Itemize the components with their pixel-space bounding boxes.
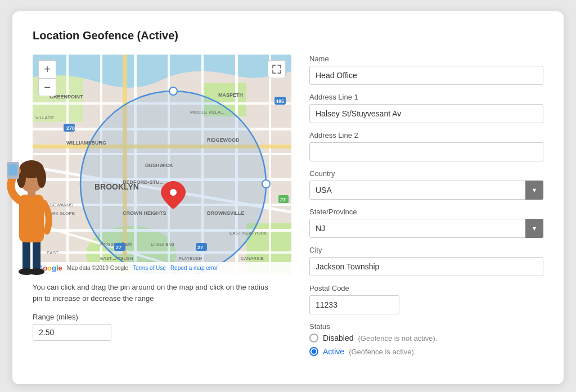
svg-point-9 <box>37 168 46 188</box>
content-row: GREENPOINT VILLAGE MASPETH MIDDLE VILLA.… <box>33 55 543 364</box>
map-area[interactable]: GREENPOINT VILLAGE MASPETH MIDDLE VILLA.… <box>33 55 291 274</box>
address1-group: Address Line 1 <box>309 93 543 123</box>
status-active-label: Active <box>323 347 344 356</box>
svg-text:RIDGEWOOD: RIDGEWOOD <box>207 137 240 143</box>
svg-point-3 <box>29 268 44 275</box>
svg-text:CROWN HEIGHTS: CROWN HEIGHTS <box>123 210 166 216</box>
hint-text: You can click and drag the pin around on… <box>33 282 269 304</box>
svg-rect-0 <box>22 240 30 271</box>
state-select[interactable]: NJ NY CA TX FL <box>309 219 543 238</box>
zoom-in-button[interactable]: + <box>38 60 56 78</box>
svg-rect-31 <box>269 55 271 274</box>
address2-group: Address Line 2 <box>309 131 543 161</box>
active-radio-button[interactable] <box>309 347 318 356</box>
name-input[interactable] <box>309 66 543 85</box>
status-disabled-hint: (Geofence is not active). <box>358 334 437 343</box>
address1-label: Address Line 1 <box>309 93 543 101</box>
svg-point-37 <box>169 87 177 95</box>
status-disabled-option[interactable]: Disabled (Geofence is not active). <box>309 334 543 343</box>
svg-rect-25 <box>66 55 69 274</box>
country-select[interactable]: USA Canada UK Australia <box>309 181 543 200</box>
range-label: Range (miles) <box>33 313 291 321</box>
svg-text:27: 27 <box>116 245 122 250</box>
status-disabled-label: Disabled <box>323 334 353 343</box>
svg-text:VILLAGE: VILLAGE <box>35 115 54 120</box>
map-controls: + − <box>38 60 56 96</box>
country-label: Country <box>309 169 543 178</box>
google-attribution: Google Map data ©2019 Google Terms of Us… <box>33 262 291 274</box>
map-attribution: Map data ©2019 Google <box>67 265 128 271</box>
svg-text:MIDDLE VILLA...: MIDDLE VILLA... <box>190 110 224 115</box>
svg-text:27: 27 <box>280 197 286 202</box>
range-section: Range (miles) <box>33 313 291 341</box>
svg-text:MASPETH: MASPETH <box>218 92 243 98</box>
name-label: Name <box>309 55 543 63</box>
map-terms[interactable]: Terms of Use <box>133 265 166 271</box>
svg-text:Linden Blvd: Linden Blvd <box>151 242 174 247</box>
state-group: State/Province NJ NY CA TX FL <box>309 208 543 238</box>
svg-text:BROWNSVILLE: BROWNSVILLE <box>207 210 245 216</box>
country-select-wrap: USA Canada UK Australia <box>309 181 543 200</box>
left-column: GREENPOINT VILLAGE MASPETH MIDDLE VILLA.… <box>33 55 291 341</box>
page-title: Location Geofence (Active) <box>33 29 543 42</box>
disabled-radio-button[interactable] <box>309 334 318 343</box>
main-card: Location Geofence (Active) <box>12 11 564 384</box>
name-group: Name <box>309 55 543 85</box>
svg-text:WILLIAMSBURG: WILLIAMSBURG <box>66 140 106 146</box>
svg-text:EAST NEW YORK: EAST NEW YORK <box>230 231 267 236</box>
country-group: Country USA Canada UK Australia <box>309 169 543 200</box>
state-label: State/Province <box>309 208 543 216</box>
status-label: Status <box>309 322 543 331</box>
state-select-wrap: NJ NY CA TX FL <box>309 219 543 238</box>
city-label: City <box>309 246 543 254</box>
svg-text:27: 27 <box>197 245 203 250</box>
svg-text:CANARSIE: CANARSIE <box>241 256 264 261</box>
svg-text:495: 495 <box>276 98 284 104</box>
svg-point-71 <box>170 189 177 196</box>
address2-label: Address Line 2 <box>309 131 543 139</box>
address2-input[interactable] <box>309 142 543 161</box>
svg-point-38 <box>262 180 270 188</box>
svg-rect-1 <box>33 240 40 271</box>
right-column: Name Address Line 1 Address Line 2 Count… <box>309 55 543 364</box>
person-illustration <box>0 133 61 273</box>
map-expand-button[interactable] <box>268 60 286 78</box>
status-active-option[interactable]: Active (Geofence is active). <box>309 347 543 356</box>
postal-label: Postal Code <box>309 284 543 292</box>
city-group: City <box>309 246 543 276</box>
postal-group: Postal Code <box>309 284 543 314</box>
map-report[interactable]: Report a map error <box>170 265 218 271</box>
status-group: Status Disabled (Geofence is not active)… <box>309 322 543 356</box>
city-input[interactable] <box>309 257 543 276</box>
svg-text:BUSHWICK: BUSHWICK <box>145 163 173 168</box>
postal-input[interactable] <box>309 295 399 314</box>
svg-text:278: 278 <box>66 125 75 131</box>
svg-text:BEDFORD-STU...: BEDFORD-STU... <box>123 179 164 185</box>
zoom-out-button[interactable]: − <box>38 78 56 96</box>
status-active-hint: (Geofence is active). <box>349 348 416 356</box>
svg-rect-12 <box>8 164 17 175</box>
address1-input[interactable] <box>309 104 543 123</box>
range-input[interactable] <box>33 324 111 341</box>
svg-text:EAST...ATBUSH: EAST...ATBUSH <box>100 256 133 261</box>
svg-rect-4 <box>19 195 44 242</box>
svg-text:FLATBUSH: FLATBUSH <box>179 256 202 261</box>
